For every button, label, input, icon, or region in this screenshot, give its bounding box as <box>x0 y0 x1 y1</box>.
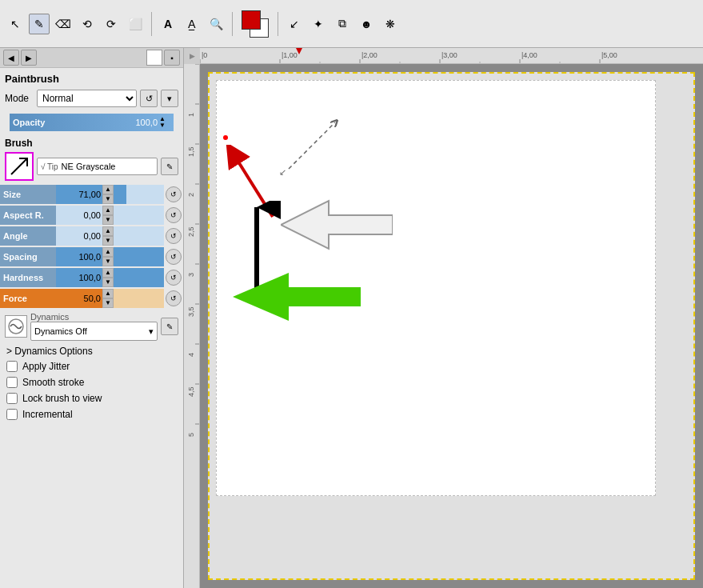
dynamics-wave-icon <box>7 318 25 335</box>
dynamics-dropdown[interactable]: Dynamics Off ▾ <box>30 322 158 341</box>
force-label: Force <box>0 289 56 308</box>
svg-text:|3,00: |3,00 <box>441 51 457 59</box>
svg-marker-41 <box>281 201 393 249</box>
ruler-row: ▶ |0 |1,00 |2,00 |3,00 |4,00 <box>184 48 703 64</box>
panel-collapse[interactable]: ▪ <box>164 50 180 66</box>
toolbar-separator2 <box>232 12 233 36</box>
aspect-input[interactable] <box>56 206 102 225</box>
svg-text:|1,00: |1,00 <box>282 51 298 59</box>
hardness-input[interactable] <box>56 268 102 287</box>
spacing-input[interactable] <box>56 247 102 266</box>
spacing-spinner[interactable]: ▲ ▼ <box>102 247 114 266</box>
panel-swatch[interactable] <box>146 50 162 66</box>
canvas-viewport[interactable]: ↙ <box>200 64 703 588</box>
dynamics-edit-btn[interactable]: ✎ <box>161 318 178 335</box>
apply-jitter-checkbox[interactable] <box>6 361 18 372</box>
tool-search[interactable]: 🔍 <box>206 14 226 34</box>
brush-name-chip[interactable]: √ Tip NE Grayscale <box>37 158 158 175</box>
incremental-label: Incremental <box>22 409 73 420</box>
force-slider[interactable]: ▲ ▼ <box>56 289 164 308</box>
angle-slider[interactable]: ▲ ▼ <box>56 226 164 246</box>
dynamics-icon[interactable] <box>5 315 27 338</box>
lock-brush-checkbox[interactable] <box>6 393 18 404</box>
svg-text:3: 3 <box>187 273 195 277</box>
tool-eraser[interactable]: ⌫ <box>53 14 74 34</box>
tool-redo[interactable]: ⟳ <box>101 14 122 34</box>
force-reset[interactable]: ↺ <box>166 290 182 306</box>
opacity-value[interactable]: 100,0 <box>135 118 158 127</box>
smooth-stroke-checkbox[interactable] <box>6 377 18 388</box>
tool-row2-4[interactable]: ☻ <box>356 14 377 34</box>
tool-row2-5[interactable]: ❋ <box>380 14 401 34</box>
hardness-slider[interactable]: ▲ ▼ <box>56 268 164 287</box>
force-input[interactable] <box>56 289 102 308</box>
scroll-indicator-top: ▶ <box>190 52 195 60</box>
tool-row2-3[interactable]: ⧉ <box>332 14 353 34</box>
tool-row2-1[interactable]: ↙ <box>284 14 305 34</box>
tool-row2-2[interactable]: ✦ <box>308 14 329 34</box>
aspect-reset[interactable]: ↺ <box>166 207 182 223</box>
brush-name: NE Grayscale <box>62 162 116 171</box>
tool-text[interactable]: A <box>158 14 178 34</box>
svg-text:|5,00: |5,00 <box>601 51 617 59</box>
canvas-content[interactable]: ↙ <box>216 80 656 496</box>
aspect-label: Aspect R. <box>0 206 56 225</box>
opacity-label: Opacity <box>13 118 135 127</box>
svg-marker-42 <box>233 273 361 321</box>
opacity-bar: Opacity 100,0 ▲ ▼ <box>10 114 174 131</box>
brush-icon-box[interactable] <box>5 152 34 181</box>
angle-row: Angle ▲ ▼ ↺ <box>0 226 183 246</box>
angle-reset[interactable]: ↺ <box>166 228 182 244</box>
svg-text:|4,00: |4,00 <box>521 51 537 59</box>
aspect-row: Aspect R. ▲ ▼ ↺ <box>0 205 183 226</box>
mode-row: Mode Normal Multiply Screen ↺ ▾ <box>0 86 183 110</box>
lock-brush-row[interactable]: Lock brush to view <box>5 390 178 406</box>
incremental-checkbox[interactable] <box>6 409 18 420</box>
svg-text:2,5: 2,5 <box>187 226 195 237</box>
nav-back[interactable]: ◀ <box>3 50 19 66</box>
mode-select[interactable]: Normal Multiply Screen <box>37 90 137 107</box>
mode-extra[interactable]: ▾ <box>161 90 178 107</box>
left-panel: ◀ ▶ ▪ Paintbrush Mode Normal Multiply Sc… <box>0 48 184 588</box>
apply-jitter-row[interactable]: Apply Jitter <box>5 358 178 374</box>
hardness-spinner[interactable]: ▲ ▼ <box>102 268 114 287</box>
tool-paintbrush[interactable]: ✎ <box>29 14 50 34</box>
spacing-reset[interactable]: ↺ <box>166 249 182 265</box>
angle-input[interactable] <box>56 226 102 246</box>
tool-transform[interactable]: ⬜ <box>125 14 146 34</box>
mode-reset[interactable]: ↺ <box>140 90 158 107</box>
size-spinner[interactable]: ▲ ▼ <box>102 185 114 204</box>
canvas-area: ▶ |0 |1,00 |2,00 |3,00 |4,00 <box>184 48 703 588</box>
spacing-slider[interactable]: ▲ ▼ <box>56 247 164 266</box>
incremental-row[interactable]: Incremental <box>5 406 178 422</box>
size-reset[interactable]: ↺ <box>166 186 182 202</box>
svg-text:3,5: 3,5 <box>187 306 195 317</box>
ruler-horizontal: |0 |1,00 |2,00 |3,00 |4,00 |5,00 <box>200 48 703 64</box>
brush-edit-btn[interactable]: ✎ <box>161 158 178 175</box>
angle-spinner[interactable]: ▲ ▼ <box>102 226 114 246</box>
green-left-arrow <box>233 273 361 321</box>
opacity-spinner[interactable]: ▲ ▼ <box>159 116 170 129</box>
spacing-label: Spacing <box>0 247 56 266</box>
nav-forward[interactable]: ▶ <box>21 50 37 66</box>
aspect-spinner[interactable]: ▲ ▼ <box>102 206 114 225</box>
aspect-slider[interactable]: ▲ ▼ <box>56 206 164 225</box>
v-ruler-svg: 1 1,5 2 2,5 3 3,5 4 4,5 5 <box>184 64 200 588</box>
smooth-stroke-row[interactable]: Smooth stroke <box>5 374 178 390</box>
tool-move[interactable]: ↖ <box>5 14 26 34</box>
panel-title: Paintbrush <box>0 68 183 86</box>
tool-text-underline[interactable]: A̲ <box>182 14 202 34</box>
ruler-corner: ▶ <box>184 48 200 64</box>
color-fg-swatch[interactable] <box>242 10 261 30</box>
svg-line-0 <box>11 158 27 174</box>
size-input[interactable] <box>56 185 102 204</box>
size-slider[interactable]: ▲ ▼ <box>56 185 164 204</box>
apply-jitter-label: Apply Jitter <box>22 361 70 372</box>
force-spinner[interactable]: ▲ ▼ <box>102 289 114 308</box>
tool-undo[interactable]: ⟲ <box>77 14 98 34</box>
dynamics-options-link[interactable]: > Dynamics Options <box>5 344 178 358</box>
dynamics-row: Dynamics Dynamics Off ▾ ✎ <box>5 312 178 341</box>
brush-preview-row: √ Tip NE Grayscale ✎ <box>5 152 178 181</box>
hardness-reset[interactable]: ↺ <box>166 270 182 286</box>
dynamics-section: Dynamics Dynamics Off ▾ ✎ > Dynamics Opt… <box>0 309 183 426</box>
